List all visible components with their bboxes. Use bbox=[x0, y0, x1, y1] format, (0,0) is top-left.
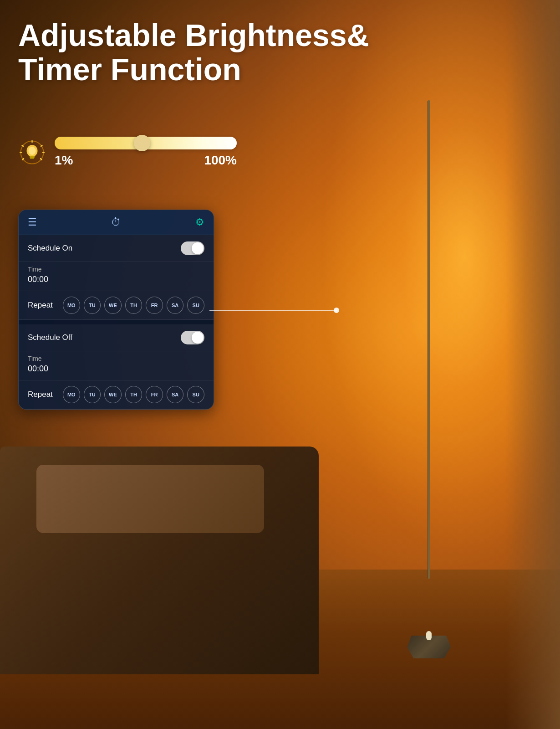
schedule-off-time-label: Time bbox=[28, 355, 204, 362]
svg-point-2 bbox=[28, 147, 36, 155]
schedule-off-day-tu[interactable]: TU bbox=[84, 386, 101, 403]
brightness-section: 1% 100% bbox=[18, 137, 237, 168]
section-divider bbox=[19, 320, 214, 324]
schedule-on-repeat-label: Repeat bbox=[28, 301, 57, 310]
schedule-on-day-tu[interactable]: TU bbox=[84, 297, 101, 314]
svg-line-11 bbox=[41, 159, 42, 160]
app-panel: ☰ ⏱ ⚙ Schedule On Time 00:00 Repeat MO bbox=[18, 210, 214, 410]
page-title: Adjustable Brightness& Timer Function bbox=[18, 18, 369, 87]
schedule-off-day-su[interactable]: SU bbox=[187, 386, 204, 403]
brightness-slider-labels: 1% 100% bbox=[55, 153, 237, 168]
schedule-on-section: Schedule On Time 00:00 Repeat MO TU WE T… bbox=[19, 235, 214, 320]
schedule-on-day-mo[interactable]: MO bbox=[63, 297, 80, 314]
schedule-on-time-label: Time bbox=[28, 266, 204, 273]
brightness-max-label: 100% bbox=[204, 153, 237, 168]
connector-line bbox=[209, 310, 337, 311]
brightness-slider-track[interactable] bbox=[55, 137, 237, 149]
schedule-on-repeat-row: Repeat MO TU WE TH FR SA SU bbox=[19, 291, 214, 320]
title-line1: Adjustable Brightness& bbox=[18, 18, 369, 52]
schedule-on-time-value[interactable]: 00:00 bbox=[28, 275, 204, 284]
schedule-off-time-row: Time 00:00 bbox=[19, 351, 214, 380]
schedule-on-label: Schedule On bbox=[28, 244, 72, 253]
brightness-slider-thumb[interactable] bbox=[134, 135, 150, 151]
brightness-slider-container: 1% 100% bbox=[55, 137, 237, 168]
panel-header: ☰ ⏱ ⚙ bbox=[19, 210, 214, 235]
svg-rect-3 bbox=[30, 156, 35, 158]
schedule-on-time-row: Time 00:00 bbox=[19, 262, 214, 291]
schedule-off-section: Schedule Off Time 00:00 Repeat MO TU WE … bbox=[19, 324, 214, 409]
schedule-off-time-value[interactable]: 00:00 bbox=[28, 364, 204, 374]
schedule-off-day-we[interactable]: WE bbox=[104, 386, 122, 403]
menu-icon[interactable]: ☰ bbox=[28, 216, 37, 228]
brightness-min-label: 1% bbox=[55, 153, 73, 168]
schedule-off-label: Schedule Off bbox=[28, 333, 72, 342]
schedule-on-day-sa[interactable]: SA bbox=[167, 297, 184, 314]
svg-line-7 bbox=[41, 145, 42, 146]
schedule-off-repeat-row: Repeat MO TU WE TH FR SA SU bbox=[19, 380, 214, 409]
schedule-on-day-th[interactable]: TH bbox=[125, 297, 143, 314]
gear-icon[interactable]: ⚙ bbox=[195, 216, 204, 228]
schedule-off-day-mo[interactable]: MO bbox=[63, 386, 80, 403]
schedule-on-day-fr[interactable]: FR bbox=[146, 297, 163, 314]
svg-rect-4 bbox=[30, 158, 34, 159]
schedule-off-toggle[interactable] bbox=[181, 331, 204, 344]
clock-icon[interactable]: ⏱ bbox=[111, 216, 121, 228]
schedule-on-day-we[interactable]: WE bbox=[104, 297, 122, 314]
content-layer: Adjustable Brightness& Timer Function bbox=[0, 0, 560, 729]
bulb-icon bbox=[18, 139, 46, 166]
schedule-off-day-fr[interactable]: FR bbox=[146, 386, 163, 403]
title-line2: Timer Function bbox=[18, 52, 369, 87]
schedule-off-repeat-label: Repeat bbox=[28, 390, 57, 399]
schedule-off-row: Schedule Off bbox=[19, 324, 214, 351]
schedule-on-toggle-thumb bbox=[192, 242, 204, 254]
schedule-on-day-su[interactable]: SU bbox=[187, 297, 204, 314]
schedule-on-toggle[interactable] bbox=[181, 241, 204, 255]
svg-line-6 bbox=[22, 145, 23, 146]
connector-dot bbox=[334, 308, 339, 313]
schedule-off-toggle-thumb bbox=[192, 332, 204, 344]
schedule-off-day-sa[interactable]: SA bbox=[167, 386, 184, 403]
svg-line-10 bbox=[22, 159, 24, 160]
schedule-on-row: Schedule On bbox=[19, 235, 214, 262]
schedule-off-day-th[interactable]: TH bbox=[125, 386, 143, 403]
